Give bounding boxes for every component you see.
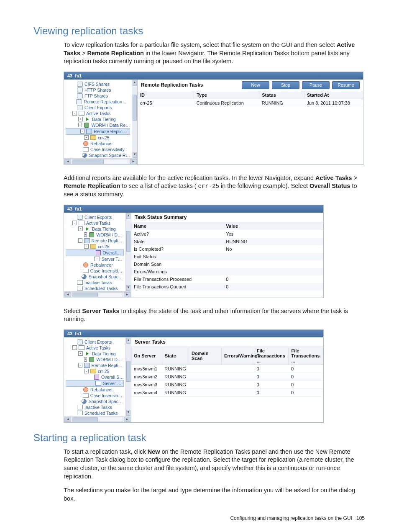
expand-toggle-icon[interactable]: - (72, 111, 77, 116)
expand-toggle-icon[interactable]: - (72, 221, 77, 225)
tree-item[interactable]: Case Insensitivity (64, 268, 125, 274)
expand-toggle-icon[interactable]: + (78, 226, 83, 231)
expand-toggle-icon[interactable]: + (78, 123, 82, 127)
tree-item[interactable]: +Data Tiering (64, 116, 132, 122)
tree-item[interactable]: +Data Tiering (64, 226, 125, 232)
scroll-down-icon[interactable]: ▼ (126, 285, 130, 291)
table-row[interactable]: crr-25 Continuous Replication RUNNING Ju… (138, 99, 363, 107)
table-row[interactable]: Exit Status (131, 253, 323, 260)
table-row[interactable]: mvs3mvm4RUNNING00 (131, 388, 323, 396)
tree-item[interactable]: -Active Tasks (64, 111, 132, 116)
horizontal-scrollbar[interactable]: ◄ ► (64, 291, 131, 298)
tree-item[interactable]: +crr-25 (64, 135, 132, 141)
tree-item[interactable]: Rebalancer (64, 387, 125, 393)
scroll-left-icon[interactable]: ◄ (64, 292, 71, 297)
scroll-thumb[interactable] (133, 95, 137, 121)
col-name[interactable]: Name (131, 222, 223, 230)
new-button[interactable]: New (242, 81, 269, 89)
tree-item[interactable]: Server Tasks (66, 380, 124, 387)
tree-item[interactable]: Overall Status (64, 374, 125, 380)
tree-item[interactable]: -crr-25 (64, 244, 125, 249)
scroll-left-icon[interactable]: ◄ (64, 159, 71, 164)
tree-item[interactable]: -Remote Replication (64, 362, 125, 368)
expand-toggle-icon[interactable]: - (84, 244, 89, 249)
tree-item[interactable]: Case Insensitivity (64, 146, 132, 152)
tree-item[interactable]: +Data Tiering (64, 351, 125, 357)
scroll-thumb[interactable] (72, 417, 98, 421)
tree-item[interactable]: -Remote Replication (64, 238, 125, 244)
col-state[interactable]: State (162, 347, 189, 365)
tree-item[interactable]: Rebalancer (64, 141, 132, 146)
scroll-down-icon[interactable]: ▼ (126, 410, 130, 416)
tree-item[interactable]: +WORM / Data Retention (64, 232, 125, 238)
table-row[interactable]: Domain Scan (131, 260, 323, 268)
expand-toggle-icon[interactable]: - (80, 129, 84, 134)
expand-toggle-icon[interactable]: + (84, 135, 89, 140)
scroll-right-icon[interactable]: ► (130, 159, 137, 164)
table-row[interactable]: File Transactions Processed0 (131, 275, 323, 283)
tree-item[interactable]: +WORM / Data Retention (64, 357, 125, 362)
scroll-up-icon[interactable]: ▲ (133, 80, 137, 86)
vertical-scrollbar[interactable]: ▲ ▼ (125, 213, 131, 291)
col-started-at[interactable]: Started At (304, 91, 363, 99)
tree-item[interactable]: Case Insensitivity (64, 393, 125, 398)
tree-item[interactable]: Snapshot Space Reclamation (64, 274, 125, 280)
tree-item[interactable]: Snapshot Space Reclamation (64, 152, 132, 158)
col-file-trans-1[interactable]: File Transactions ... (254, 347, 289, 365)
tree-item[interactable]: Rebalancer (64, 262, 125, 268)
table-row[interactable]: mvs3mvm1RUNNING00 (131, 365, 323, 373)
col-id[interactable]: ID (138, 91, 194, 99)
scroll-right-icon[interactable]: ► (124, 292, 130, 297)
tree-item[interactable]: CIFS Shares (64, 81, 132, 87)
expand-toggle-icon[interactable]: + (84, 357, 87, 362)
tree-item[interactable]: -crr-25 (64, 368, 125, 374)
tree-item[interactable]: Scheduled Tasks (64, 285, 125, 291)
scroll-right-icon[interactable]: ► (124, 417, 130, 422)
tree-item[interactable]: Inactive Tasks (64, 280, 125, 285)
table-row[interactable]: mvs3mvm3RUNNING00 (131, 380, 323, 388)
scroll-left-icon[interactable]: ◄ (64, 417, 71, 422)
scroll-down-icon[interactable]: ▼ (133, 152, 137, 158)
expand-toggle-icon[interactable]: - (78, 363, 82, 368)
tree-item[interactable]: Client Exports (64, 105, 132, 111)
tree-item[interactable]: Scheduled Tasks (64, 410, 125, 416)
col-value[interactable]: Value (223, 222, 323, 230)
scroll-thumb[interactable] (126, 231, 130, 252)
expand-toggle-icon[interactable]: + (78, 117, 83, 121)
table-row[interactable]: mvs3mvm2RUNNING00 (131, 373, 323, 380)
tree-item[interactable]: FTP Shares (64, 93, 132, 99)
tree-item[interactable]: -Active Tasks (64, 345, 125, 351)
tree-item[interactable]: +WORM / Data Retention (64, 122, 132, 128)
col-errors-warnings[interactable]: Errors/Warnings (221, 347, 254, 365)
tree-item[interactable]: Client Exports (64, 339, 125, 345)
tree-item[interactable]: Inactive Tasks (64, 404, 125, 410)
resume-button[interactable]: Resume (332, 81, 360, 89)
col-status[interactable]: Status (259, 91, 304, 99)
scroll-up-icon[interactable]: ▲ (126, 338, 130, 344)
table-row[interactable]: Errors/Warnings (131, 268, 323, 275)
col-domain-scan[interactable]: Domain Scan (189, 347, 222, 365)
tree-item[interactable]: Server Tasks (64, 256, 125, 262)
expand-toggle-icon[interactable]: + (84, 232, 87, 237)
col-type[interactable]: Type (194, 91, 259, 99)
horizontal-scrollbar[interactable]: ◄ ► (64, 416, 131, 422)
vertical-scrollbar[interactable]: ▲ ▼ (132, 80, 137, 158)
stop-button[interactable]: Stop (272, 81, 299, 89)
tree-item[interactable]: -Active Tasks (64, 220, 125, 226)
expand-toggle-icon[interactable]: - (72, 345, 77, 350)
tree-item[interactable]: Overall Status (66, 249, 124, 256)
tree-item[interactable]: Remote Replication Exports (64, 99, 132, 105)
col-file-trans-2[interactable]: File Transactions ... (289, 347, 323, 365)
table-row[interactable]: Active?Yes (131, 230, 323, 238)
table-row[interactable]: StateRUNNING (131, 238, 323, 245)
tree-item[interactable]: HTTP Shares (64, 87, 132, 93)
tree-item[interactable]: Client Exports (64, 214, 125, 220)
horizontal-scrollbar[interactable]: ◄ ► (64, 158, 137, 164)
scroll-thumb[interactable] (72, 159, 104, 164)
scroll-thumb[interactable] (72, 293, 98, 297)
pause-button[interactable]: Pause (302, 81, 330, 89)
col-on-server[interactable]: On Server (131, 347, 162, 365)
scroll-thumb[interactable] (126, 361, 130, 382)
expand-toggle-icon[interactable]: - (84, 369, 89, 373)
scroll-up-icon[interactable]: ▲ (126, 213, 130, 219)
